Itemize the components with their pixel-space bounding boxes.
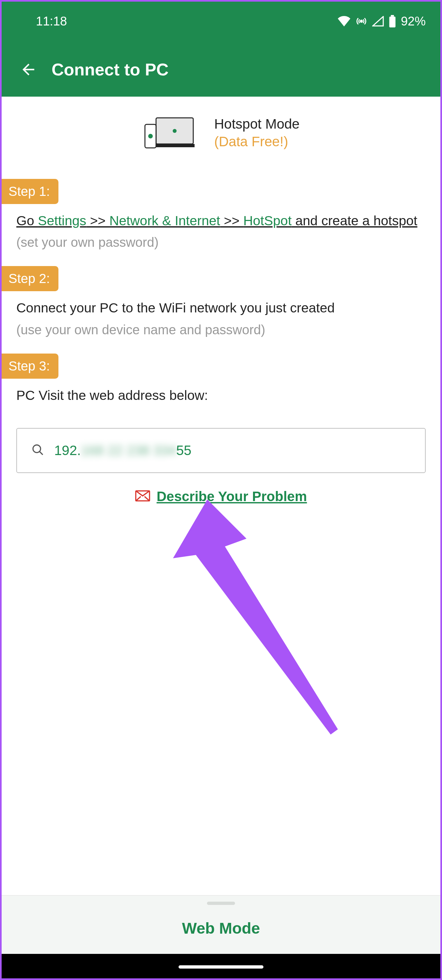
step-1-hint: (set your own password): [16, 235, 426, 250]
cellular-icon: [372, 16, 384, 27]
step-1-instruction: Go Settings >> Network & Internet >> Hot…: [16, 211, 426, 231]
svg-line-9: [40, 452, 43, 455]
web-address-value: 192.168 22 238 33455: [54, 443, 191, 458]
svg-point-0: [360, 19, 363, 23]
battery-icon: [388, 15, 396, 27]
battery-percent: 92%: [401, 14, 426, 29]
hotspot-mode-subtitle: (Data Free!): [214, 134, 299, 150]
svg-point-8: [33, 445, 40, 452]
svg-point-7: [148, 134, 153, 138]
breadcrumb-arrow: >>: [220, 213, 243, 228]
web-mode-label: Web Mode: [182, 919, 260, 937]
back-button[interactable]: [19, 61, 37, 78]
wifi-icon: [337, 16, 351, 27]
step-2-badge: Step 2:: [0, 266, 59, 291]
svg-rect-5: [154, 144, 194, 147]
breadcrumb-arrow: >>: [86, 213, 109, 228]
svg-rect-2: [389, 17, 395, 27]
step-1-badge: Step 1:: [0, 179, 59, 204]
status-time: 11:18: [36, 14, 67, 29]
search-icon: [31, 443, 45, 458]
web-address-box[interactable]: 192.168 22 238 33455: [16, 428, 426, 473]
bottom-sheet[interactable]: Web Mode: [2, 895, 440, 954]
step-3-badge: Step 3:: [0, 353, 59, 379]
step-3-block: Step 3: PC Visit the web address below:: [16, 347, 426, 405]
step-1-block: Step 1: Go Settings >> Network & Interne…: [16, 172, 426, 250]
describe-problem-row: Describe Your Problem: [16, 489, 426, 504]
address-prefix: 192.: [54, 443, 81, 458]
hotspot-mode-title: Hotspot Mode: [214, 116, 299, 132]
system-nav-bar: [0, 954, 442, 980]
address-suffix: 55: [176, 443, 192, 458]
home-indicator[interactable]: [178, 965, 264, 969]
step-1-text-rest: and create a hotspot: [291, 213, 417, 228]
app-bar: Connect to PC: [0, 43, 442, 97]
status-bar: 11:18 92%: [0, 0, 442, 43]
devices-illustration-icon: [142, 116, 194, 149]
hotspot-icon: [355, 15, 367, 27]
annotation-arrow-icon: [129, 473, 351, 742]
svg-point-4: [173, 129, 176, 133]
step-2-instruction: Connect your PC to the WiFi network you …: [16, 298, 426, 318]
step-2-block: Step 2: Connect your PC to the WiFi netw…: [16, 259, 426, 337]
hotspot-link[interactable]: HotSpot: [243, 213, 291, 228]
page-title: Connect to PC: [52, 60, 169, 80]
step-1-text-go: Go: [16, 213, 38, 228]
hotspot-mode-header: Hotspot Mode (Data Free!): [0, 97, 442, 172]
mail-icon: [135, 490, 150, 503]
status-right-cluster: 92%: [337, 14, 426, 29]
svg-rect-1: [391, 15, 394, 17]
step-2-hint: (use your own device name and password): [16, 323, 426, 337]
drag-handle-icon[interactable]: [207, 902, 235, 905]
network-internet-link[interactable]: Network & Internet: [109, 213, 220, 228]
step-3-instruction: PC Visit the web address below:: [16, 386, 426, 405]
describe-problem-link[interactable]: Describe Your Problem: [157, 489, 307, 504]
settings-link[interactable]: Settings: [38, 213, 86, 228]
address-blurred: 168 22 238 334: [81, 443, 176, 458]
